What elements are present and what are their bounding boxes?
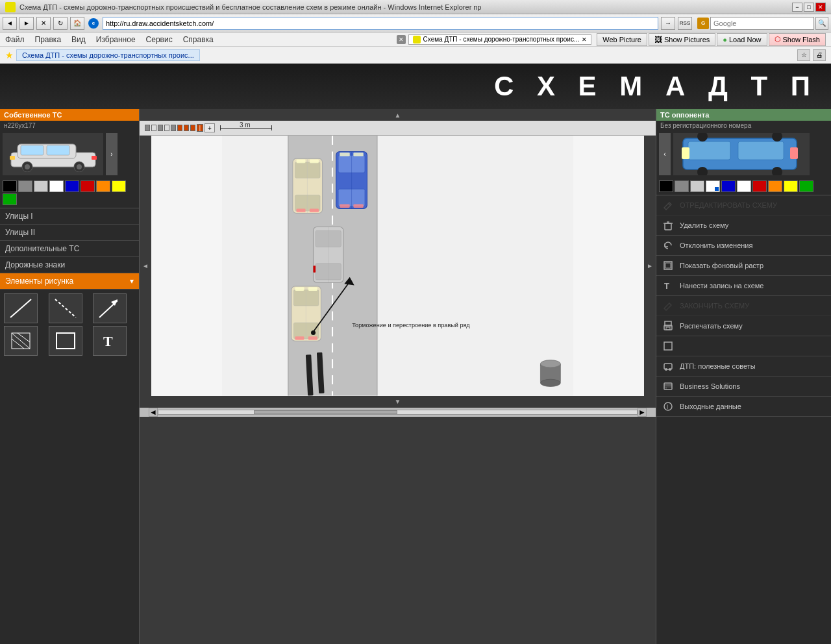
r-color-white[interactable] <box>706 180 720 192</box>
r-color-black[interactable] <box>659 180 673 192</box>
scroll-right-btn[interactable]: ► <box>638 408 647 417</box>
color-white[interactable] <box>49 180 64 192</box>
r-color-green[interactable] <box>799 180 813 192</box>
canvas-right-scroll[interactable]: ► <box>644 136 656 396</box>
tool-dashed-line[interactable] <box>49 293 82 323</box>
go-button[interactable]: → <box>661 17 675 30</box>
web-picture-button[interactable]: Web Picture <box>597 33 647 46</box>
favorites-item[interactable]: Схема ДТП - схемы дорожно-транспортных п… <box>16 49 200 61</box>
scroll-left-btn[interactable]: ◄ <box>149 408 158 417</box>
search-submit-button[interactable]: 🔍 <box>815 17 828 30</box>
close-button[interactable]: ✕ <box>815 3 826 12</box>
load-now-button[interactable]: ● Load Now <box>717 33 767 46</box>
action-reject-changes[interactable]: Отклонить изменения <box>656 236 831 256</box>
tool-text[interactable]: T <box>93 326 127 356</box>
svg-point-89 <box>669 368 671 371</box>
color-red[interactable] <box>81 180 95 192</box>
color-green[interactable] <box>3 193 17 205</box>
menu-view[interactable]: Вид <box>66 34 91 45</box>
print-toolbar-icon[interactable]: 🖨 <box>813 49 826 61</box>
menu-tools[interactable]: Сервис <box>141 34 178 45</box>
canvas-top-scroll[interactable]: ▲ <box>140 109 656 121</box>
action-add-text[interactable]: T Нанести запись на схеме <box>656 276 831 296</box>
color-gray[interactable] <box>18 180 32 192</box>
menu-help[interactable]: Справка <box>178 34 219 45</box>
action-delete-label: Удалить схему <box>680 221 728 229</box>
minimize-button[interactable]: − <box>792 3 802 12</box>
color-blue[interactable] <box>65 180 79 192</box>
action-print-schema[interactable]: Распечатать схему <box>656 316 831 336</box>
action-empty[interactable] <box>656 336 831 356</box>
r-color-gray[interactable] <box>675 180 689 192</box>
action-delete-schema[interactable]: Удалить схему <box>656 216 831 236</box>
drawing-tools: T <box>0 290 139 360</box>
menu-edit[interactable]: Правка <box>30 34 67 45</box>
action-output-label: Выходные данные <box>680 402 741 410</box>
color-yellow[interactable] <box>112 180 126 192</box>
r-color-yellow[interactable] <box>784 180 798 192</box>
nav-road-signs[interactable]: Дорожные знаки <box>0 257 139 273</box>
action-business-solutions[interactable]: Business Solutions <box>656 377 831 397</box>
scroll-right-arrow[interactable]: ► <box>647 262 653 269</box>
color-black[interactable] <box>3 180 17 192</box>
bookmark-icon[interactable]: ☆ <box>797 49 810 61</box>
svg-rect-32 <box>297 208 306 212</box>
svg-rect-27 <box>295 195 320 211</box>
tool-rectangle[interactable] <box>49 326 82 356</box>
nav-streets-2[interactable]: Улицы II <box>0 225 139 241</box>
back-button[interactable]: ◄ <box>3 17 17 30</box>
tab-close-btn[interactable]: ✕ <box>582 36 587 43</box>
action-show-raster[interactable]: Показать фоновый растр <box>656 256 831 276</box>
menu-file[interactable]: Файл <box>0 34 30 45</box>
action-output-data[interactable]: i Выходные данные <box>656 397 831 417</box>
refresh-button[interactable]: ↻ <box>53 17 68 30</box>
nav-streets-1[interactable]: Улицы I <box>0 208 139 225</box>
scroll-left-arrow[interactable]: ◄ <box>142 262 149 269</box>
canvas-left-scroll[interactable]: ◄ <box>140 136 151 396</box>
tool-hatched[interactable] <box>4 326 38 356</box>
new-tab-icon: ✕ <box>397 35 406 44</box>
r-color-orange[interactable] <box>768 180 782 192</box>
empty-icon <box>662 340 675 353</box>
scale-plus-button[interactable]: + <box>205 123 215 132</box>
drawing-canvas[interactable]: Торможение и перестроение в правый ряд <box>151 136 644 396</box>
show-flash-button[interactable]: ⬡ Show Flash <box>769 33 826 46</box>
search-input[interactable] <box>710 17 814 30</box>
rss-button[interactable]: RSS <box>678 17 692 30</box>
action-edit-schema: ОТРЕДАКТИРОВАТЬ СХЕМУ <box>656 195 831 216</box>
nav-additional-vehicles[interactable]: Дополнительные ТС <box>0 241 139 257</box>
home-button[interactable]: 🏠 <box>70 17 84 30</box>
r-color-lightgray[interactable] <box>690 180 704 192</box>
canvas-bottom-scroll[interactable]: ▼ <box>140 396 656 408</box>
canvas-main[interactable]: Торможение и перестроение в правый ряд <box>151 136 644 396</box>
address-input[interactable] <box>103 17 658 30</box>
tool-diagonal-line[interactable] <box>4 293 38 323</box>
menu-favorites[interactable]: Избранное <box>91 34 141 45</box>
vehicle-image <box>3 133 103 175</box>
scroll-up-arrow[interactable]: ▲ <box>395 112 401 119</box>
svg-rect-8 <box>10 156 15 160</box>
r-color-red[interactable] <box>752 180 767 192</box>
stop-button[interactable]: ✕ <box>36 17 51 30</box>
action-dtp-tips[interactable]: ДТП: полезные советы <box>656 356 831 377</box>
active-tab[interactable]: Схема ДТП - схемы дорожно-транспортных п… <box>408 34 592 45</box>
r-color-blue[interactable] <box>721 180 736 192</box>
trash-icon[interactable] <box>540 360 560 387</box>
tool-arrow[interactable] <box>93 293 127 323</box>
scroll-thumb[interactable] <box>254 410 397 414</box>
color-lightgray[interactable] <box>34 180 48 192</box>
search-engine-icon: G <box>697 18 709 29</box>
vehicle-next-button[interactable]: › <box>106 133 118 175</box>
svg-rect-71 <box>790 147 798 159</box>
maximize-button[interactable]: □ <box>804 3 814 12</box>
scroll-down-arrow[interactable]: ▼ <box>395 398 401 405</box>
forward-button[interactable]: ► <box>19 17 34 30</box>
show-pictures-button[interactable]: 🖼 Show Pictures <box>649 33 715 46</box>
r-color-white2[interactable] <box>737 180 751 192</box>
opponent-prev-button[interactable]: ‹ <box>659 133 671 175</box>
nav-drawing-elements[interactable]: Элементы рисунка ▾ <box>0 273 139 290</box>
horizontal-scrollbar[interactable]: ◄ ► <box>140 408 656 417</box>
action-finish-label: ЗАКОНЧИТЬ СХЕМУ <box>680 302 749 310</box>
color-orange[interactable] <box>96 180 110 192</box>
svg-rect-31 <box>310 160 319 164</box>
